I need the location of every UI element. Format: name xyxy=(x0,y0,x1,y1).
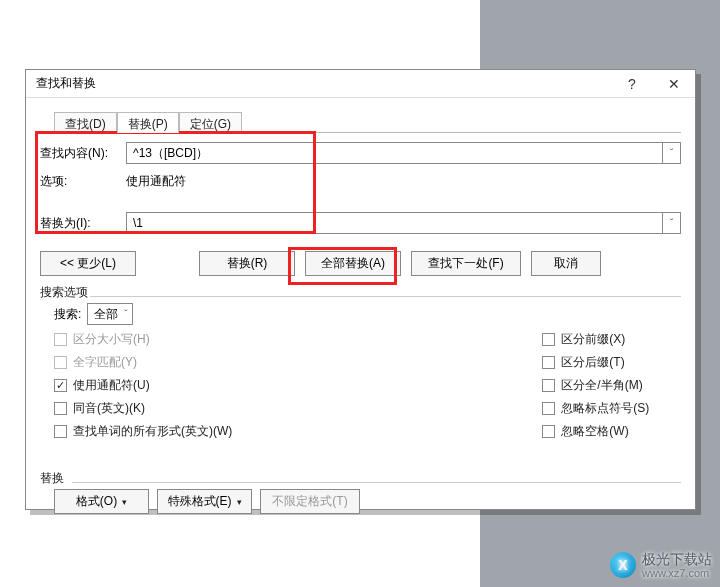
replace-group-header: 替换 xyxy=(40,470,681,489)
special-format-button[interactable]: 特殊格式(E)▾ xyxy=(157,489,252,514)
close-button[interactable]: ✕ xyxy=(653,70,695,98)
replace-button[interactable]: 替换(R) xyxy=(199,251,295,276)
chevron-down-icon: ▾ xyxy=(122,497,127,507)
tab-replace[interactable]: 替换(P) xyxy=(117,112,179,133)
tabbar: 查找(D) 替换(P) 定位(G) xyxy=(40,111,681,133)
watermark-logo-icon: X xyxy=(610,552,636,578)
search-direction-label: 搜索: xyxy=(54,306,81,323)
watermark-text-2: www.xz7.com xyxy=(642,567,712,579)
titlebar[interactable]: 查找和替换 ? ✕ xyxy=(26,70,695,98)
search-options-header: 搜索选项 xyxy=(40,284,681,303)
checkbox-match-width[interactable]: 区分全/半角(M) xyxy=(542,377,649,394)
checkbox-whole-word: 全字匹配(Y) xyxy=(54,354,232,371)
checkbox-use-wildcards[interactable]: ✓使用通配符(U) xyxy=(54,377,232,394)
checkbox-match-prefix[interactable]: 区分前缀(X) xyxy=(542,331,649,348)
tab-goto[interactable]: 定位(G) xyxy=(179,112,242,133)
find-replace-dialog: 查找和替换 ? ✕ 查找(D) 替换(P) 定位(G) 查找内容(N): ˇ 选… xyxy=(25,69,696,510)
format-button[interactable]: 格式(O)▾ xyxy=(54,489,149,514)
find-content-dropdown-icon[interactable]: ˇ xyxy=(662,143,680,163)
checkbox-ignore-space[interactable]: 忽略空格(W) xyxy=(542,423,649,440)
replace-with-dropdown-icon[interactable]: ˇ xyxy=(662,213,680,233)
search-direction-value: 全部 xyxy=(94,306,118,323)
checkbox-match-case: 区分大小写(H) xyxy=(54,331,232,348)
chevron-down-icon: ˇ xyxy=(124,309,127,320)
less-button[interactable]: << 更少(L) xyxy=(40,251,136,276)
options-value: 使用通配符 xyxy=(126,173,186,190)
checkbox-all-forms[interactable]: 查找单词的所有形式(英文)(W) xyxy=(54,423,232,440)
find-next-button[interactable]: 查找下一处(F) xyxy=(411,251,521,276)
options-label: 选项: xyxy=(40,173,126,190)
search-direction-select[interactable]: 全部 ˇ xyxy=(87,303,132,325)
watermark-text-1: 极光下载站 xyxy=(642,552,712,567)
find-content-field[interactable]: ˇ xyxy=(126,142,681,164)
chevron-down-icon: ▾ xyxy=(237,497,242,507)
checkbox-match-suffix[interactable]: 区分后缀(T) xyxy=(542,354,649,371)
checkbox-sounds-like[interactable]: 同音(英文)(K) xyxy=(54,400,232,417)
cancel-button[interactable]: 取消 xyxy=(531,251,601,276)
checkbox-ignore-punct[interactable]: 忽略标点符号(S) xyxy=(542,400,649,417)
help-button[interactable]: ? xyxy=(611,70,653,98)
find-content-label: 查找内容(N): xyxy=(40,145,126,162)
replace-with-label: 替换为(I): xyxy=(40,215,126,232)
no-format-button: 不限定格式(T) xyxy=(260,489,360,514)
replace-with-input[interactable] xyxy=(127,213,662,233)
replace-all-button[interactable]: 全部替换(A) xyxy=(305,251,401,276)
replace-with-field[interactable]: ˇ xyxy=(126,212,681,234)
dialog-title: 查找和替换 xyxy=(36,75,611,92)
find-content-input[interactable] xyxy=(127,143,662,163)
watermark: X 极光下载站 www.xz7.com xyxy=(610,552,712,579)
tab-find[interactable]: 查找(D) xyxy=(54,112,117,133)
